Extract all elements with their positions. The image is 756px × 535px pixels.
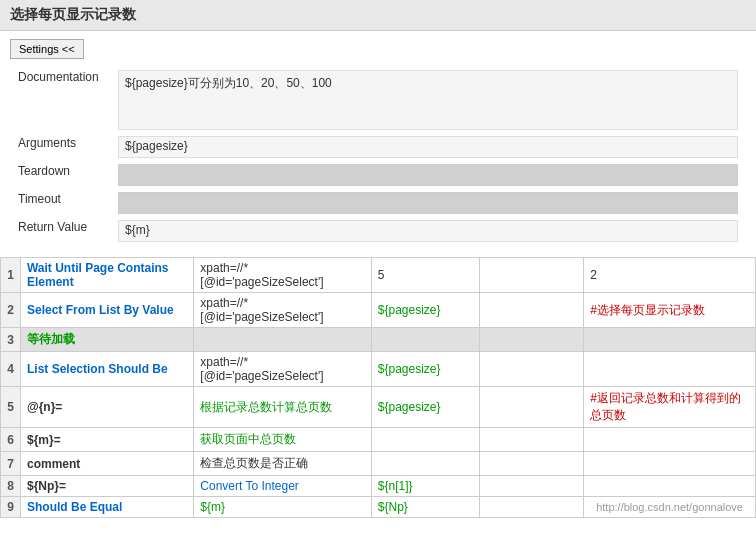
row-number: 2 (1, 293, 21, 328)
step-keyword[interactable]: @{n}= (20, 387, 193, 428)
step-arg4[interactable] (584, 452, 756, 476)
step-arg1[interactable]: xpath=//*[@id='pageSizeSelect'] (194, 258, 371, 293)
settings-button[interactable]: Settings << (10, 39, 84, 59)
step-arg3[interactable] (479, 293, 583, 328)
step-arg2[interactable]: ${n[1]} (371, 476, 479, 497)
table-row[interactable]: 8${Np}=Convert To Integer${n[1]} (1, 476, 756, 497)
step-arg3[interactable] (479, 428, 583, 452)
step-keyword[interactable]: Should Be Equal (20, 497, 193, 518)
table-row[interactable]: 7comment检查总页数是否正确 (1, 452, 756, 476)
step-arg1[interactable]: Convert To Integer (194, 476, 371, 497)
step-arg4[interactable] (584, 428, 756, 452)
step-arg4[interactable] (584, 352, 756, 387)
step-arg1[interactable]: xpath=//*[@id='pageSizeSelect'] (194, 352, 371, 387)
step-arg2[interactable]: ${pagesize} (371, 352, 479, 387)
step-arg1[interactable]: 检查总页数是否正确 (194, 452, 371, 476)
step-arg4[interactable]: #返回记录总数和计算得到的总页数 (584, 387, 756, 428)
row-number: 4 (1, 352, 21, 387)
step-arg3[interactable] (479, 497, 583, 518)
arguments-value[interactable]: ${pagesize} (118, 136, 738, 158)
step-arg3[interactable] (479, 258, 583, 293)
step-arg3[interactable] (479, 387, 583, 428)
step-arg3[interactable] (479, 352, 583, 387)
row-number: 8 (1, 476, 21, 497)
step-keyword[interactable]: comment (20, 452, 193, 476)
page-title: 选择每页显示记录数 (0, 0, 756, 31)
step-arg2[interactable]: 5 (371, 258, 479, 293)
step-arg1[interactable] (194, 328, 371, 352)
row-number: 9 (1, 497, 21, 518)
timeout-value[interactable] (118, 192, 738, 214)
step-arg2[interactable]: ${Np} (371, 497, 479, 518)
row-number: 3 (1, 328, 21, 352)
return-label: Return Value (10, 217, 110, 245)
documentation-label: Documentation (10, 67, 110, 133)
row-number: 5 (1, 387, 21, 428)
step-arg4[interactable]: #选择每页显示记录数 (584, 293, 756, 328)
table-row[interactable]: 9Should Be Equal${m}${Np}http://blog.csd… (1, 497, 756, 518)
step-keyword[interactable]: 等待加载 (20, 328, 193, 352)
return-value[interactable]: ${m} (118, 220, 738, 242)
teardown-value[interactable] (118, 164, 738, 186)
table-row[interactable]: 4List Selection Should Bexpath=//*[@id='… (1, 352, 756, 387)
step-keyword[interactable]: Select From List By Value (20, 293, 193, 328)
teardown-label: Teardown (10, 161, 110, 189)
step-arg3[interactable] (479, 476, 583, 497)
step-arg4[interactable]: 2 (584, 258, 756, 293)
step-arg4[interactable] (584, 476, 756, 497)
step-arg2[interactable] (371, 452, 479, 476)
step-arg3[interactable] (479, 452, 583, 476)
step-keyword[interactable]: List Selection Should Be (20, 352, 193, 387)
step-arg2[interactable] (371, 328, 479, 352)
row-number: 7 (1, 452, 21, 476)
steps-table: 1Wait Until Page Contains Elementxpath=/… (0, 257, 756, 518)
step-arg3[interactable] (479, 328, 583, 352)
step-arg1[interactable]: ${m} (194, 497, 371, 518)
table-row[interactable]: 6${m}=获取页面中总页数 (1, 428, 756, 452)
step-arg2[interactable]: ${pagesize} (371, 293, 479, 328)
documentation-value: ${pagesize}可分别为10、20、50、100 (118, 70, 738, 130)
arguments-label: Arguments (10, 133, 110, 161)
step-arg1[interactable]: 根据记录总数计算总页数 (194, 387, 371, 428)
step-arg2[interactable]: ${pagesize} (371, 387, 479, 428)
table-row[interactable]: 2Select From List By Valuexpath=//*[@id=… (1, 293, 756, 328)
step-arg4[interactable] (584, 328, 756, 352)
table-row[interactable]: 1Wait Until Page Contains Elementxpath=/… (1, 258, 756, 293)
step-keyword[interactable]: ${Np}= (20, 476, 193, 497)
step-arg1[interactable]: 获取页面中总页数 (194, 428, 371, 452)
step-keyword[interactable]: ${m}= (20, 428, 193, 452)
step-arg4[interactable]: http://blog.csdn.net/gonnalove (584, 497, 756, 518)
step-arg2[interactable] (371, 428, 479, 452)
step-arg1[interactable]: xpath=//*[@id='pageSizeSelect'] (194, 293, 371, 328)
row-number: 1 (1, 258, 21, 293)
row-number: 6 (1, 428, 21, 452)
step-keyword[interactable]: Wait Until Page Contains Element (20, 258, 193, 293)
table-row[interactable]: 3等待加载 (1, 328, 756, 352)
timeout-label: Timeout (10, 189, 110, 217)
table-row[interactable]: 5@{n}=根据记录总数计算总页数${pagesize}#返回记录总数和计算得到… (1, 387, 756, 428)
